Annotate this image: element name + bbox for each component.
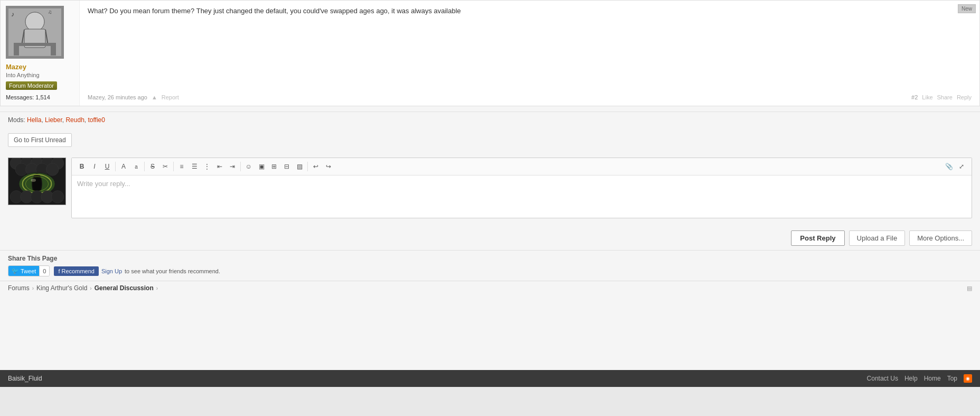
breadcrumb-arrow-1: › <box>32 285 34 291</box>
post-container: ♪ ♫ ♩ Mazey Into Anything Forum Moderato… <box>0 0 980 106</box>
tweet-btn-main[interactable]: 🐦 Tweet <box>8 266 39 276</box>
toolbar-numbered-list[interactable]: ⋮ <box>201 161 213 172</box>
tweet-button[interactable]: 🐦 Tweet 0 <box>8 265 50 276</box>
post-avatar: ♪ ♫ ♩ <box>6 6 64 59</box>
breadcrumb-right-icon: ▤ <box>967 285 972 292</box>
toolbar-italic[interactable]: I <box>89 161 100 172</box>
rss-symbol: ◉ <box>966 376 970 381</box>
footer-top-link[interactable]: Top <box>947 375 957 382</box>
svg-rect-11 <box>51 46 56 56</box>
facebook-icon: f <box>58 268 60 274</box>
mods-line: Mods: Hella, Lieber, Reudh, toffie0 <box>0 112 980 128</box>
toolbar-cut[interactable]: ✂ <box>159 161 171 172</box>
post-meta: Mazey, 26 minutes ago ▲ Report #2 Like S… <box>88 94 972 100</box>
reply-editor-area: B I U A a S ✂ ≡ ☰ ⋮ ⇤ ⇥ ☺ <box>0 152 980 226</box>
fb-signup-link[interactable]: Sign Up <box>101 268 122 274</box>
toolbar-table[interactable]: ⊞ <box>268 161 280 172</box>
tweet-label: Tweet <box>21 268 36 274</box>
toolbar-font-size[interactable]: A <box>118 161 129 172</box>
post-report-link[interactable]: Report <box>162 94 179 100</box>
toolbar-sep-1 <box>115 162 116 171</box>
post-user-title: Into Anything <box>6 72 74 78</box>
reply-editor-container: B I U A a S ✂ ≡ ☰ ⋮ ⇤ ⇥ ☺ <box>8 158 972 218</box>
fb-button: f Recommend Sign Up to see what your fri… <box>54 266 220 276</box>
post-sidebar: ♪ ♫ ♩ Mazey Into Anything Forum Moderato… <box>1 1 80 106</box>
toolbar-underline[interactable]: U <box>101 161 113 172</box>
svg-text:♪: ♪ <box>11 11 14 18</box>
svg-point-32 <box>51 191 63 203</box>
mod-lieber[interactable]: Lieber <box>45 116 62 124</box>
first-unread-button[interactable]: Go to First Unread <box>8 133 72 147</box>
post-number: #2 <box>911 94 918 100</box>
footer-home-link[interactable]: Home <box>924 375 941 382</box>
reply-editor-box: B I U A a S ✂ ≡ ☰ ⋮ ⇤ ⇥ ☺ <box>71 158 972 218</box>
toolbar-font-smaller[interactable]: a <box>130 161 142 172</box>
toolbar-bullet-list[interactable]: ☰ <box>189 161 200 172</box>
fb-recommend-button[interactable]: f Recommend <box>54 266 98 276</box>
mod-hella[interactable]: Hella <box>27 116 41 124</box>
toolbar-table2[interactable]: ⊟ <box>281 161 293 172</box>
toolbar-media[interactable]: ▣ <box>256 161 267 172</box>
post-username[interactable]: Mazey <box>6 63 74 71</box>
breadcrumb-forums[interactable]: Forums <box>8 284 30 292</box>
share-buttons: 🐦 Tweet 0 f Recommend Sign Up to see wha… <box>8 265 972 276</box>
toolbar-strikethrough[interactable]: S <box>147 161 158 172</box>
footer-links: Contact Us Help Home Top ◉ <box>867 374 972 383</box>
toolbar-sep-3 <box>173 162 174 171</box>
reply-avatar <box>8 158 66 205</box>
toolbar-bold[interactable]: B <box>76 161 88 172</box>
footer-help-link[interactable]: Help <box>904 375 918 382</box>
toolbar-sep-4 <box>240 162 241 171</box>
svg-rect-10 <box>14 46 19 56</box>
post-like-link[interactable]: Like <box>922 94 932 100</box>
first-unread-area: Go to First Unread <box>0 128 980 152</box>
toolbar-emoji[interactable]: ☺ <box>243 161 255 172</box>
tweet-count: 0 <box>39 266 49 276</box>
svg-point-27 <box>31 179 36 182</box>
toolbar-redo[interactable]: ↪ <box>323 161 334 172</box>
post-reply-link[interactable]: Reply <box>957 94 972 100</box>
toolbar-sep-2 <box>144 162 145 171</box>
editor-content[interactable]: Write your reply... <box>72 175 972 218</box>
post-report-icon: ▲ <box>152 94 157 100</box>
share-section: Share This Page 🐦 Tweet 0 f Recommend Si… <box>0 250 980 281</box>
footer-rss-icon[interactable]: ◉ <box>964 374 972 383</box>
editor-toolbar: B I U A a S ✂ ≡ ☰ ⋮ ⇤ ⇥ ☺ <box>72 158 972 175</box>
footer: Baisik_Fluid Contact Us Help Home Top ◉ <box>0 370 980 387</box>
post-content: What? Do you mean forum theme? They just… <box>80 1 979 106</box>
post-reply-button[interactable]: Post Reply <box>791 230 844 246</box>
svg-point-2 <box>25 12 44 31</box>
toolbar-align-left[interactable]: ≡ <box>176 161 187 172</box>
toolbar-undo[interactable]: ↩ <box>310 161 322 172</box>
breadcrumb: Forums › King Arthur's Gold › General Di… <box>0 281 980 295</box>
toolbar-maximize[interactable]: ⤢ <box>956 161 967 172</box>
reply-buttons-area: Post Reply Upload a File More Options... <box>0 226 980 250</box>
share-title: Share This Page <box>8 255 972 262</box>
svg-text:♫: ♫ <box>48 9 52 15</box>
svg-point-21 <box>46 163 59 175</box>
post-meta-right: #2 Like Share Reply <box>911 94 972 100</box>
breadcrumb-arrow-2: › <box>90 285 91 291</box>
toolbar-image[interactable]: ▨ <box>294 161 305 172</box>
mod-toffie0[interactable]: toffie0 <box>88 116 105 124</box>
fb-recommend-label: Recommend <box>62 268 95 274</box>
more-options-button[interactable]: More Options... <box>909 230 972 246</box>
footer-contact-link[interactable]: Contact Us <box>867 375 898 382</box>
toolbar-sep-5 <box>307 162 308 171</box>
breadcrumb-arrow-3: › <box>156 285 158 291</box>
toolbar-right: 📎 ⤢ <box>943 161 967 172</box>
toolbar-attach[interactable]: 📎 <box>943 161 955 172</box>
upload-file-button[interactable]: Upload a File <box>849 230 906 246</box>
mods-label: Mods: <box>8 116 25 124</box>
breadcrumb-current: General Discussion <box>95 284 154 292</box>
post-meta-left: Mazey, 26 minutes ago ▲ Report <box>88 94 179 100</box>
post-share-link[interactable]: Share <box>937 94 953 100</box>
toolbar-indent-less[interactable]: ⇤ <box>214 161 225 172</box>
footer-username: Baisik_Fluid <box>8 375 42 382</box>
mod-reudh[interactable]: Reudh <box>65 116 84 124</box>
svg-point-24 <box>33 174 41 193</box>
toolbar-indent-more[interactable]: ⇥ <box>227 161 238 172</box>
post-messages: Messages: 1,514 <box>6 94 74 100</box>
svg-rect-9 <box>14 43 56 46</box>
breadcrumb-kag[interactable]: King Arthur's Gold <box>36 284 87 292</box>
